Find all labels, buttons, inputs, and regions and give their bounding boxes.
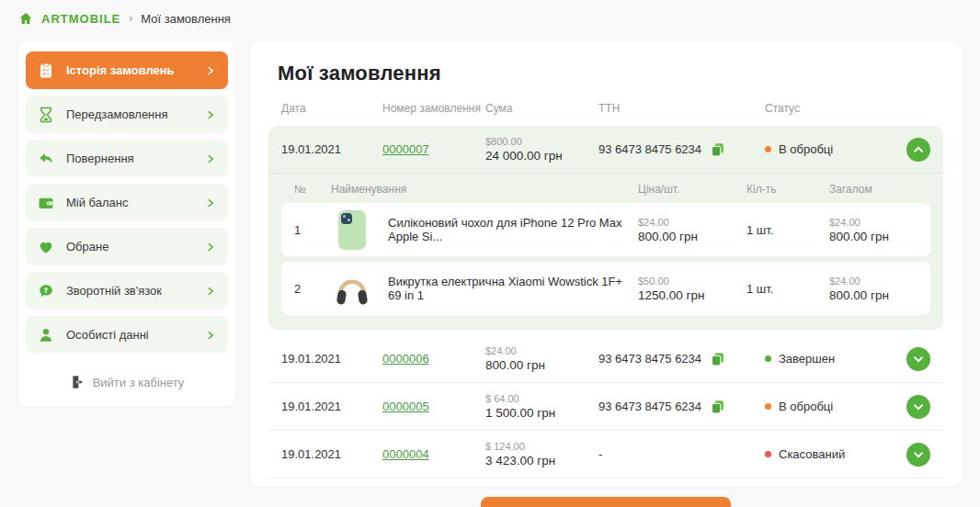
chevron-right-icon bbox=[205, 65, 216, 76]
items-header-name: Найменування bbox=[331, 183, 638, 196]
product-image-headphones bbox=[331, 267, 373, 310]
status-dot bbox=[765, 451, 771, 457]
expand-chevron-button[interactable] bbox=[906, 443, 930, 467]
wallet-icon bbox=[38, 194, 55, 211]
chevron-right-icon bbox=[205, 197, 216, 208]
order-date: 19.01.2021 bbox=[281, 142, 382, 156]
show-more-orders-button[interactable]: ПОКАЗАТИ ЩЕ 7 ЗАМОВЛЕНЬ bbox=[481, 497, 731, 507]
status-dot bbox=[765, 403, 771, 410]
logout-label: Вийти з кабінету bbox=[93, 376, 185, 389]
order-row: 19.01.2021 0000005 $ 64.00 1 500.00 грн … bbox=[268, 383, 943, 431]
item-total-usd: $24.00 bbox=[829, 275, 917, 287]
svg-text:?: ? bbox=[44, 286, 48, 294]
item-total-uah: 800.00 грн bbox=[829, 287, 917, 303]
expand-chevron-button[interactable] bbox=[906, 395, 930, 419]
return-arrow-icon bbox=[38, 150, 55, 167]
order-ttn: 93 6473 8475 6234 bbox=[598, 400, 701, 413]
breadcrumb-separator: › bbox=[129, 12, 132, 25]
item-number: 1 bbox=[294, 223, 331, 237]
order-sum-usd: $800.00 bbox=[485, 135, 598, 148]
order-date: 19.01.2021 bbox=[281, 447, 382, 461]
order-sum-uah: 800.00 грн bbox=[485, 357, 598, 373]
header-order-number: Номер замовлення bbox=[382, 102, 485, 115]
home-icon[interactable] bbox=[18, 11, 33, 26]
item-price-uah: 1250.00 грн bbox=[638, 287, 746, 303]
order-ttn: 93 6473 8475 6234 bbox=[598, 142, 701, 156]
logout-door-icon bbox=[70, 375, 85, 389]
order-number-link[interactable]: 0000007 bbox=[382, 142, 429, 156]
chat-question-icon: ? bbox=[38, 282, 55, 299]
order-item-row: 2 Викрутка електрична Xiaomi Wowstick 1F… bbox=[281, 262, 930, 315]
status-label: Скасований bbox=[779, 447, 845, 461]
chevron-right-icon bbox=[205, 242, 216, 253]
chevron-right-icon bbox=[205, 109, 216, 120]
heart-icon bbox=[38, 238, 55, 255]
chevron-right-icon bbox=[205, 330, 216, 341]
orders-list: 19.01.2021 0000007 $800.00 24 000.00 грн… bbox=[268, 126, 943, 479]
expand-chevron-button[interactable] bbox=[906, 138, 930, 162]
item-quantity: 1 шт. bbox=[746, 223, 829, 237]
order-number-link[interactable]: 0000005 bbox=[382, 400, 429, 413]
copy-icon[interactable] bbox=[709, 141, 725, 158]
item-total-usd: $24.00 bbox=[829, 216, 917, 229]
sidebar: Історія замовлень Передзамовлення Поверн… bbox=[18, 41, 235, 407]
items-header-num: № bbox=[294, 183, 331, 196]
items-header-qty: Кіл-ть bbox=[746, 183, 829, 196]
sidebar-item-label: Історія замовлень bbox=[66, 63, 175, 77]
order-sum-usd: $ 124.00 bbox=[485, 440, 598, 453]
orders-panel: Мої замовлення Дата Номер замовлення Сум… bbox=[250, 41, 962, 487]
sidebar-item-label: Мій баланс bbox=[66, 196, 128, 209]
header-ttn: ТТН bbox=[598, 102, 765, 115]
status-label: В обробці bbox=[779, 400, 833, 413]
breadcrumb-brand-link[interactable]: ARTMOBILE bbox=[41, 12, 120, 26]
item-quantity: 1 шт. bbox=[746, 282, 829, 296]
sidebar-item-label: Особисті данні bbox=[66, 328, 149, 342]
order-date: 19.01.2021 bbox=[281, 400, 382, 413]
page-title: Мої замовлення bbox=[278, 62, 943, 85]
sidebar-item-label: Зворотній зв'язок bbox=[66, 284, 162, 298]
header-sum: Сума bbox=[485, 102, 598, 115]
copy-icon[interactable] bbox=[709, 399, 725, 415]
sidebar-item-personal-data[interactable]: Особисті данні bbox=[26, 316, 228, 354]
product-image-phone-case bbox=[331, 208, 373, 251]
item-price-uah: 800.00 грн bbox=[638, 229, 746, 244]
breadcrumb-current: Мої замовлення bbox=[141, 12, 231, 26]
breadcrumb: ARTMOBILE › Мої замовлення bbox=[18, 11, 231, 26]
expand-chevron-button[interactable] bbox=[906, 347, 930, 371]
copy-icon[interactable] bbox=[709, 351, 725, 367]
logout-button[interactable]: Вийти з кабінету bbox=[26, 364, 228, 397]
order-item-row: 1 Силіконовий чохол для iPhone 12 Pro Ma… bbox=[281, 203, 930, 256]
order-ttn: - bbox=[598, 447, 602, 461]
order-number-link[interactable]: 0000006 bbox=[382, 352, 429, 366]
sidebar-item-feedback[interactable]: ? Зворотній зв'язок bbox=[26, 272, 228, 310]
sidebar-item-order-history[interactable]: Історія замовлень bbox=[26, 51, 228, 89]
sidebar-item-balance[interactable]: Мій баланс bbox=[26, 184, 228, 221]
item-price-usd: $50.00 bbox=[638, 275, 746, 287]
order-ttn: 93 6473 8475 6234 bbox=[598, 352, 701, 366]
status-label: Завершен bbox=[779, 352, 835, 366]
item-name: Викрутка електрична Xiaomi Wowstick 1F+ … bbox=[388, 275, 638, 302]
item-number: 2 bbox=[294, 282, 331, 296]
header-date: Дата bbox=[281, 102, 382, 115]
order-sum-uah: 3 423.00 грн bbox=[485, 453, 598, 468]
order-items-header: № Найменування Ціна/шт. Кіл-ть Загалом bbox=[268, 174, 943, 203]
status-dot bbox=[765, 146, 771, 152]
expanded-order-block: 19.01.2021 0000007 $800.00 24 000.00 грн… bbox=[268, 126, 943, 330]
sidebar-item-returns[interactable]: Повернення bbox=[26, 140, 228, 177]
order-row: 19.01.2021 0000007 $800.00 24 000.00 грн… bbox=[268, 126, 943, 174]
order-number-link[interactable]: 0000004 bbox=[382, 447, 429, 461]
chevron-right-icon bbox=[205, 286, 216, 297]
order-sum-uah: 24 000.00 грн bbox=[485, 148, 598, 163]
status-dot bbox=[765, 355, 771, 362]
item-total-uah: 800.00 грн bbox=[829, 229, 917, 244]
sidebar-item-favorites[interactable]: Обране bbox=[26, 228, 228, 265]
item-price-usd: $24.00 bbox=[638, 216, 746, 229]
sidebar-item-label: Передзамовлення bbox=[66, 107, 168, 121]
hourglass-icon bbox=[38, 106, 55, 123]
sidebar-item-label: Повернення bbox=[66, 152, 134, 165]
order-row: 19.01.2021 0000004 $ 124.00 3 423.00 грн… bbox=[268, 431, 943, 479]
order-date: 19.01.2021 bbox=[281, 352, 382, 366]
sidebar-item-preorders[interactable]: Передзамовлення bbox=[26, 96, 228, 133]
status-label: В обробці bbox=[779, 142, 833, 156]
order-sum-uah: 1 500.00 грн bbox=[485, 405, 598, 421]
